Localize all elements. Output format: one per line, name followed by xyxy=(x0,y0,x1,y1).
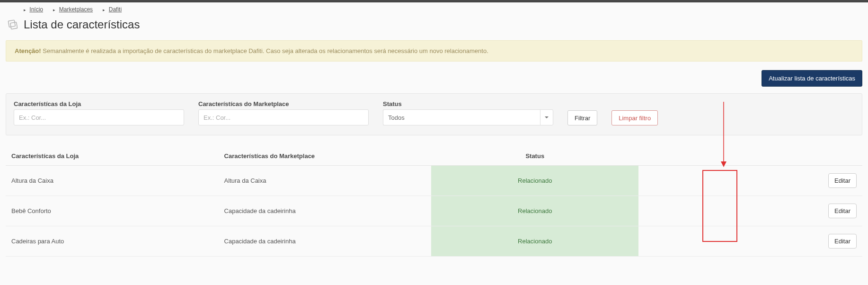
table-row: Bebê ConfortoCapacidade da cadeirinhaRel… xyxy=(6,196,862,226)
cell-status: Relacionado xyxy=(431,166,638,196)
cell-action: Editar xyxy=(808,166,862,196)
edit-button[interactable]: Editar xyxy=(828,204,857,218)
table-header-store: Característícas da Loja xyxy=(6,147,219,166)
table-header-status: Status xyxy=(431,147,638,166)
breadcrumb-link-dafiti[interactable]: Dafiti xyxy=(109,6,122,13)
table-header-empty xyxy=(638,147,807,166)
store-char-input[interactable] xyxy=(14,109,184,125)
breadcrumb: ▸ Início ▸ Marketplaces ▸ Dafiti xyxy=(0,2,868,13)
market-char-input[interactable] xyxy=(198,109,369,125)
table-header-actions xyxy=(808,147,862,166)
cell-store-char: Cadeiras para Auto xyxy=(6,226,219,257)
alert-banner: Atenção! Semanalmente é realizada a impo… xyxy=(6,40,862,62)
cell-empty xyxy=(638,226,807,257)
clear-filter-button[interactable]: Limpar filtro xyxy=(611,110,658,125)
caret-right-icon: ▸ xyxy=(103,8,105,12)
page-title: Lista de características xyxy=(24,18,140,31)
cell-status: Relacionado xyxy=(431,226,638,257)
table-row: Altura da CaixaAltura da CaixaRelacionad… xyxy=(6,166,862,196)
cell-empty xyxy=(638,166,807,196)
svg-rect-1 xyxy=(10,22,18,29)
table-row: Cadeiras para AutoCapacidade da cadeirin… xyxy=(6,226,862,257)
update-list-button[interactable]: Atualizar lista de características xyxy=(762,70,862,87)
cell-market-char: Capacidade da cadeirinha xyxy=(219,196,432,226)
status-selected-value: Todos xyxy=(383,109,540,125)
alert-text: Semanalmente é realizada a importação de… xyxy=(41,47,488,54)
cell-store-char: Altura da Caixa xyxy=(6,166,219,196)
status-select[interactable]: Todos xyxy=(383,109,553,125)
cell-market-char: Altura da Caixa xyxy=(219,166,432,196)
cell-action: Editar xyxy=(808,196,862,226)
breadcrumb-link-inicio[interactable]: Início xyxy=(29,6,43,13)
page-header: Lista de características xyxy=(0,13,868,40)
alert-strong: Atenção! xyxy=(15,47,41,54)
svg-rect-0 xyxy=(8,20,15,27)
store-char-label: Característícas da Loja xyxy=(14,100,184,107)
filter-panel: Característícas da Loja Característícas … xyxy=(6,93,862,135)
caret-right-icon: ▸ xyxy=(53,8,55,12)
characteristics-table: Característícas da Loja Característícas … xyxy=(6,147,862,257)
edit-button[interactable]: Editar xyxy=(828,234,857,249)
chevron-down-icon[interactable] xyxy=(540,109,553,125)
breadcrumb-link-marketplaces[interactable]: Marketplaces xyxy=(59,6,93,13)
copy-icon xyxy=(6,18,20,32)
market-char-label: Característícas do Marketplace xyxy=(198,100,369,107)
cell-empty xyxy=(638,196,807,226)
edit-button[interactable]: Editar xyxy=(828,173,857,188)
table-header-marketplace: Característícas do Marketplace xyxy=(219,147,432,166)
cell-action: Editar xyxy=(808,226,862,257)
cell-market-char: Capacidade da cadeirinha xyxy=(219,226,432,257)
filter-button[interactable]: Filtrar xyxy=(567,110,597,125)
status-label: Status xyxy=(383,100,553,107)
cell-store-char: Bebê Conforto xyxy=(6,196,219,226)
caret-right-icon: ▸ xyxy=(24,8,26,12)
cell-status: Relacionado xyxy=(431,196,638,226)
